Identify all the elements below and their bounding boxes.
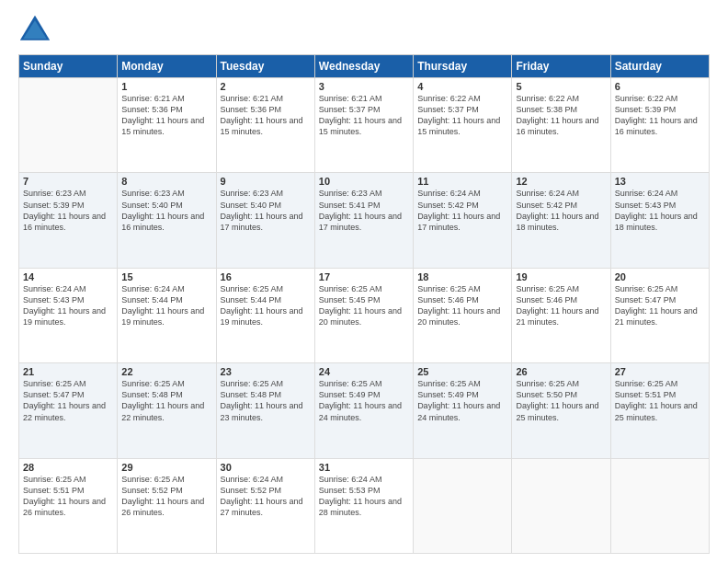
day-cell-16: 16Sunrise: 6:25 AMSunset: 5:44 PMDayligh… xyxy=(216,268,314,362)
day-number: 28 xyxy=(23,462,113,473)
day-info: Sunrise: 6:24 AMSunset: 5:43 PMDaylight:… xyxy=(615,188,705,233)
day-number: 17 xyxy=(319,271,409,282)
day-cell-3: 3Sunrise: 6:21 AMSunset: 5:37 PMDaylight… xyxy=(314,78,413,173)
day-number: 15 xyxy=(121,271,211,282)
header-wednesday: Wednesday xyxy=(314,55,413,78)
day-cell-18: 18Sunrise: 6:25 AMSunset: 5:46 PMDayligh… xyxy=(414,268,512,362)
empty-day-cell xyxy=(414,458,512,553)
header-tuesday: Tuesday xyxy=(216,55,314,78)
day-number: 13 xyxy=(615,176,705,187)
day-info: Sunrise: 6:25 AMSunset: 5:47 PMDaylight:… xyxy=(615,283,705,328)
day-cell-20: 20Sunrise: 6:25 AMSunset: 5:47 PMDayligh… xyxy=(610,268,709,362)
day-cell-24: 24Sunrise: 6:25 AMSunset: 5:49 PMDayligh… xyxy=(314,363,413,458)
day-number: 25 xyxy=(417,366,507,377)
day-info: Sunrise: 6:23 AMSunset: 5:40 PMDaylight:… xyxy=(221,188,311,233)
day-cell-28: 28Sunrise: 6:25 AMSunset: 5:51 PMDayligh… xyxy=(19,458,118,553)
page: SundayMondayTuesdayWednesdayThursdayFrid… xyxy=(0,0,728,563)
day-number: 30 xyxy=(221,462,311,473)
day-number: 23 xyxy=(221,366,311,377)
day-info: Sunrise: 6:22 AMSunset: 5:37 PMDaylight:… xyxy=(417,93,507,138)
day-info: Sunrise: 6:24 AMSunset: 5:42 PMDaylight:… xyxy=(417,188,507,233)
day-number: 3 xyxy=(319,81,409,92)
day-number: 9 xyxy=(221,176,311,187)
day-info: Sunrise: 6:25 AMSunset: 5:46 PMDaylight:… xyxy=(516,283,606,328)
day-number: 12 xyxy=(516,176,606,187)
day-info: Sunrise: 6:24 AMSunset: 5:44 PMDaylight:… xyxy=(121,283,211,328)
day-number: 31 xyxy=(319,462,409,473)
day-number: 26 xyxy=(516,366,606,377)
calendar-week-4: 21Sunrise: 6:25 AMSunset: 5:47 PMDayligh… xyxy=(19,363,710,458)
day-cell-13: 13Sunrise: 6:24 AMSunset: 5:43 PMDayligh… xyxy=(610,173,709,268)
day-number: 1 xyxy=(121,81,211,92)
day-cell-12: 12Sunrise: 6:24 AMSunset: 5:42 PMDayligh… xyxy=(512,173,610,268)
day-info: Sunrise: 6:25 AMSunset: 5:48 PMDaylight:… xyxy=(221,378,311,423)
day-cell-22: 22Sunrise: 6:25 AMSunset: 5:48 PMDayligh… xyxy=(118,363,216,458)
day-cell-30: 30Sunrise: 6:24 AMSunset: 5:52 PMDayligh… xyxy=(216,458,314,553)
day-number: 21 xyxy=(23,366,113,377)
day-info: Sunrise: 6:25 AMSunset: 5:45 PMDaylight:… xyxy=(319,283,409,328)
day-info: Sunrise: 6:21 AMSunset: 5:36 PMDaylight:… xyxy=(221,93,311,138)
day-cell-4: 4Sunrise: 6:22 AMSunset: 5:37 PMDaylight… xyxy=(414,78,512,173)
day-number: 14 xyxy=(23,271,113,282)
day-info: Sunrise: 6:25 AMSunset: 5:51 PMDaylight:… xyxy=(615,378,705,423)
day-number: 16 xyxy=(221,271,311,282)
day-info: Sunrise: 6:22 AMSunset: 5:39 PMDaylight:… xyxy=(615,93,705,138)
day-cell-14: 14Sunrise: 6:24 AMSunset: 5:43 PMDayligh… xyxy=(19,268,118,362)
day-number: 24 xyxy=(319,366,409,377)
logo-icon xyxy=(18,14,51,47)
day-cell-17: 17Sunrise: 6:25 AMSunset: 5:45 PMDayligh… xyxy=(314,268,413,362)
day-info: Sunrise: 6:23 AMSunset: 5:40 PMDaylight:… xyxy=(121,188,211,233)
header-saturday: Saturday xyxy=(610,55,709,78)
day-cell-5: 5Sunrise: 6:22 AMSunset: 5:38 PMDaylight… xyxy=(512,78,610,173)
day-cell-6: 6Sunrise: 6:22 AMSunset: 5:39 PMDaylight… xyxy=(610,78,709,173)
day-cell-7: 7Sunrise: 6:23 AMSunset: 5:39 PMDaylight… xyxy=(19,173,118,268)
day-number: 6 xyxy=(615,81,705,92)
calendar-week-1: 1Sunrise: 6:21 AMSunset: 5:36 PMDaylight… xyxy=(19,78,710,173)
empty-day-cell xyxy=(610,458,709,553)
day-cell-19: 19Sunrise: 6:25 AMSunset: 5:46 PMDayligh… xyxy=(512,268,610,362)
day-info: Sunrise: 6:25 AMSunset: 5:48 PMDaylight:… xyxy=(121,378,211,423)
day-info: Sunrise: 6:24 AMSunset: 5:52 PMDaylight:… xyxy=(221,474,311,519)
day-info: Sunrise: 6:25 AMSunset: 5:50 PMDaylight:… xyxy=(516,378,606,423)
logo xyxy=(18,14,57,47)
day-number: 4 xyxy=(417,81,507,92)
day-info: Sunrise: 6:25 AMSunset: 5:49 PMDaylight:… xyxy=(319,378,409,423)
day-info: Sunrise: 6:25 AMSunset: 5:51 PMDaylight:… xyxy=(23,474,113,519)
day-info: Sunrise: 6:25 AMSunset: 5:47 PMDaylight:… xyxy=(23,378,113,423)
calendar-week-5: 28Sunrise: 6:25 AMSunset: 5:51 PMDayligh… xyxy=(19,458,710,553)
day-number: 20 xyxy=(615,271,705,282)
empty-day-cell xyxy=(19,78,118,173)
day-number: 5 xyxy=(516,81,606,92)
day-cell-27: 27Sunrise: 6:25 AMSunset: 5:51 PMDayligh… xyxy=(610,363,709,458)
day-number: 11 xyxy=(417,176,507,187)
day-number: 27 xyxy=(615,366,705,377)
calendar-week-3: 14Sunrise: 6:24 AMSunset: 5:43 PMDayligh… xyxy=(19,268,710,362)
day-number: 22 xyxy=(121,366,211,377)
day-cell-9: 9Sunrise: 6:23 AMSunset: 5:40 PMDaylight… xyxy=(216,173,314,268)
header-thursday: Thursday xyxy=(414,55,512,78)
day-info: Sunrise: 6:24 AMSunset: 5:43 PMDaylight:… xyxy=(23,283,113,328)
day-info: Sunrise: 6:25 AMSunset: 5:52 PMDaylight:… xyxy=(121,474,211,519)
day-info: Sunrise: 6:25 AMSunset: 5:46 PMDaylight:… xyxy=(417,283,507,328)
day-cell-29: 29Sunrise: 6:25 AMSunset: 5:52 PMDayligh… xyxy=(118,458,216,553)
day-cell-1: 1Sunrise: 6:21 AMSunset: 5:36 PMDaylight… xyxy=(118,78,216,173)
day-cell-25: 25Sunrise: 6:25 AMSunset: 5:49 PMDayligh… xyxy=(414,363,512,458)
header-monday: Monday xyxy=(118,55,216,78)
calendar-table: SundayMondayTuesdayWednesdayThursdayFrid… xyxy=(18,54,710,554)
header-sunday: Sunday xyxy=(19,55,118,78)
day-number: 8 xyxy=(121,176,211,187)
day-info: Sunrise: 6:25 AMSunset: 5:49 PMDaylight:… xyxy=(417,378,507,423)
day-number: 2 xyxy=(221,81,311,92)
calendar-header-row: SundayMondayTuesdayWednesdayThursdayFrid… xyxy=(19,55,710,78)
empty-day-cell xyxy=(512,458,610,553)
header-friday: Friday xyxy=(512,55,610,78)
calendar-week-2: 7Sunrise: 6:23 AMSunset: 5:39 PMDaylight… xyxy=(19,173,710,268)
day-number: 10 xyxy=(319,176,409,187)
day-cell-11: 11Sunrise: 6:24 AMSunset: 5:42 PMDayligh… xyxy=(414,173,512,268)
day-cell-15: 15Sunrise: 6:24 AMSunset: 5:44 PMDayligh… xyxy=(118,268,216,362)
day-info: Sunrise: 6:24 AMSunset: 5:42 PMDaylight:… xyxy=(516,188,606,233)
day-info: Sunrise: 6:24 AMSunset: 5:53 PMDaylight:… xyxy=(319,474,409,519)
day-info: Sunrise: 6:21 AMSunset: 5:37 PMDaylight:… xyxy=(319,93,409,138)
day-number: 7 xyxy=(23,176,113,187)
day-cell-10: 10Sunrise: 6:23 AMSunset: 5:41 PMDayligh… xyxy=(314,173,413,268)
